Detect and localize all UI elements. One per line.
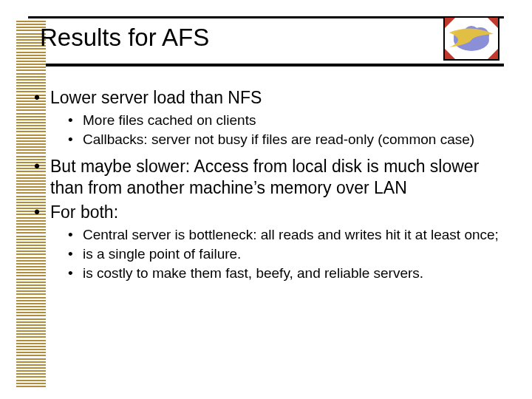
binding-tooth	[16, 58, 46, 59]
binding-tooth	[16, 315, 46, 316]
binding-tooth	[16, 355, 46, 356]
binding-tooth	[16, 297, 46, 299]
bullet-level1: For both:	[30, 202, 502, 223]
binding-tooth	[16, 367, 46, 369]
rule-top	[28, 16, 504, 18]
cloud-swoosh-icon	[445, 18, 498, 59]
bullet-level1: But maybe slower: Access from local disk…	[30, 156, 502, 199]
binding-tooth	[16, 85, 46, 86]
bullet-level1: Lower server load than NFS	[30, 87, 502, 109]
binding-tooth	[16, 370, 46, 372]
binding-tooth	[16, 66, 46, 68]
binding-tooth	[16, 69, 46, 71]
binding-tooth	[16, 340, 46, 341]
sub-bullet-group: Central server is bottleneck: all reads …	[30, 226, 502, 283]
slide-body: Lower server load than NFSMore files cac…	[30, 87, 502, 290]
slide-title: Results for AFS	[40, 24, 209, 52]
binding-tooth	[16, 76, 46, 78]
sub-bullet-group: More files cached on clientsCallbacks: s…	[30, 112, 502, 149]
binding-tooth	[16, 79, 46, 81]
binding-tooth	[16, 376, 46, 378]
binding-tooth	[16, 21, 46, 22]
binding-tooth	[16, 361, 46, 363]
binding-tooth	[16, 82, 46, 83]
binding-tooth	[16, 61, 46, 62]
bullet-level2: Central server is bottleneck: all reads …	[30, 226, 502, 244]
binding-tooth	[16, 306, 46, 307]
binding-tooth	[16, 321, 46, 323]
binding-tooth	[16, 386, 46, 387]
bullet-level2: is a single point of failure.	[30, 245, 502, 263]
binding-tooth	[16, 352, 46, 353]
logo-box	[443, 16, 499, 61]
rule-title-underline	[46, 64, 504, 66]
binding-tooth	[16, 303, 46, 304]
binding-tooth	[16, 373, 46, 375]
binding-tooth	[16, 333, 46, 335]
binding-tooth	[16, 336, 46, 338]
binding-tooth	[16, 330, 46, 332]
bullet-level2: is costly to make them fast, beefy, and …	[30, 265, 502, 282]
binding-tooth	[16, 346, 46, 347]
binding-tooth	[16, 73, 46, 75]
binding-tooth	[16, 55, 46, 56]
binding-tooth	[16, 383, 46, 384]
svg-marker-2	[445, 49, 455, 59]
binding-tooth	[16, 290, 46, 292]
svg-marker-1	[488, 18, 498, 28]
binding-tooth	[16, 64, 46, 65]
binding-tooth	[16, 309, 46, 310]
binding-tooth	[16, 312, 46, 313]
binding-tooth	[16, 364, 46, 366]
bullet-level2: Callbacks: server not busy if files are …	[30, 131, 502, 149]
svg-marker-0	[445, 18, 455, 28]
binding-tooth	[16, 293, 46, 295]
binding-tooth	[16, 380, 46, 381]
binding-tooth	[16, 327, 46, 329]
binding-tooth	[16, 324, 46, 326]
bullet-level2: More files cached on clients	[30, 112, 502, 129]
binding-tooth	[16, 358, 46, 360]
binding-tooth	[16, 343, 46, 344]
binding-tooth	[16, 318, 46, 320]
binding-tooth	[16, 300, 46, 301]
svg-marker-3	[488, 49, 498, 59]
binding-tooth	[16, 349, 46, 350]
